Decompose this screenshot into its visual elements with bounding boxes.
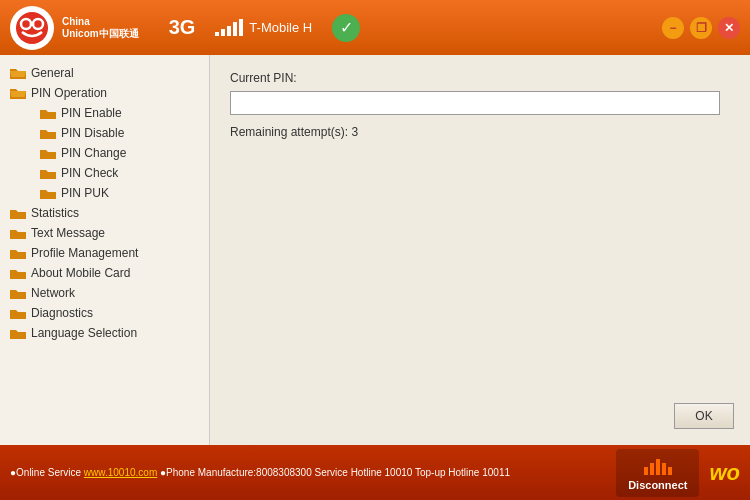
signal-3g-label: 3G [169,16,196,39]
restore-button[interactable]: ❐ [690,17,712,39]
signal-bars [215,19,243,36]
disconnect-area[interactable]: Disconnect [616,449,699,497]
folder-closed-icon [40,147,56,159]
sidebar-item-pin-enable[interactable]: PIN Enable [0,103,209,123]
sidebar-item-text-message[interactable]: Text Message [0,223,209,243]
sidebar-item-language-selection[interactable]: Language Selection [0,323,209,343]
disconnect-label: Disconnect [628,479,687,491]
folder-open-icon [10,87,26,99]
sidebar-item-pin-disable[interactable]: PIN Disable [0,123,209,143]
svg-point-0 [16,12,48,44]
sidebar: General PIN Operation PIN Enable PIN Dis… [0,55,210,445]
folder-closed-icon [40,167,56,179]
online-service-link[interactable]: www.10010.com [84,467,157,478]
folder-open-icon [10,67,26,79]
folder-closed-icon [10,267,26,279]
logo-area: China Unicom中国联通 [10,6,139,50]
sidebar-item-pin-check[interactable]: PIN Check [0,163,209,183]
folder-closed-icon [40,107,56,119]
sidebar-item-pin-operation[interactable]: PIN Operation [0,83,209,103]
sidebar-item-about-mobile-card[interactable]: About Mobile Card [0,263,209,283]
sidebar-item-network[interactable]: Network [0,283,209,303]
ok-button[interactable]: OK [674,403,734,429]
disconnect-icon [642,455,674,475]
sidebar-item-pin-puk[interactable]: PIN PUK [0,183,209,203]
connected-icon: ✓ [332,14,360,42]
carrier-name: T-Mobile H [249,20,312,35]
footer: ●Online Service www.10010.com ●Phone Man… [0,445,750,500]
folder-closed-icon [40,127,56,139]
header: China Unicom中国联通 3G T-Mobile H ✓ − ❐ ✕ [0,0,750,55]
folder-closed-icon [10,327,26,339]
minimize-button[interactable]: − [662,17,684,39]
folder-closed-icon [10,207,26,219]
folder-closed-icon [10,307,26,319]
window-controls: − ❐ ✕ [662,17,740,39]
sidebar-item-statistics[interactable]: Statistics [0,203,209,223]
sidebar-item-profile-management[interactable]: Profile Management [0,243,209,263]
folder-closed-icon [40,187,56,199]
main-area: General PIN Operation PIN Enable PIN Dis… [0,55,750,445]
sidebar-item-general[interactable]: General [0,63,209,83]
sidebar-item-diagnostics[interactable]: Diagnostics [0,303,209,323]
online-service-label: ●Online Service [10,467,84,478]
remaining-attempts-text: Remaining attempt(s): 3 [230,125,730,139]
current-pin-label: Current PIN: [230,71,730,85]
sidebar-item-pin-change[interactable]: PIN Change [0,143,209,163]
footer-manufacture-text: ●Phone Manufacture:8008308300 Service Ho… [157,467,510,478]
folder-closed-icon [10,247,26,259]
current-pin-input[interactable] [230,91,720,115]
close-button[interactable]: ✕ [718,17,740,39]
logo-circle [10,6,54,50]
folder-closed-icon [10,227,26,239]
folder-closed-icon [10,287,26,299]
content-area: Current PIN: Remaining attempt(s): 3 OK [210,55,750,445]
wo-logo: wo [709,460,740,486]
logo-text: China Unicom中国联通 [62,16,139,40]
footer-text: ●Online Service www.10010.com ●Phone Man… [10,467,616,478]
